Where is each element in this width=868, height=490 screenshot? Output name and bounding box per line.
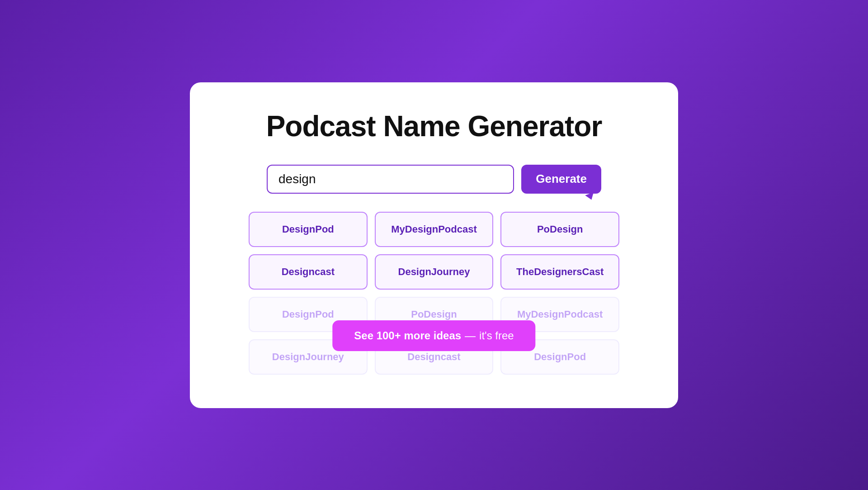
result-card-6[interactable]: TheDesignersCast	[500, 254, 619, 290]
keyword-input[interactable]	[267, 165, 514, 194]
result-card-2[interactable]: MyDesignPodcast	[375, 212, 494, 247]
page-title: Podcast Name Generator	[266, 109, 602, 143]
result-card-5[interactable]: DesignJourney	[375, 254, 494, 290]
result-card-1[interactable]: DesignPod	[249, 212, 368, 247]
results-grid-top: DesignPod MyDesignPodcast PoDesign Desig…	[249, 212, 619, 290]
result-card-4[interactable]: Designcast	[249, 254, 368, 290]
main-card: Podcast Name Generator Generate DesignPo…	[190, 82, 678, 408]
search-row: Generate	[267, 165, 601, 194]
cta-text: See 100+ more ideas—it's free	[354, 329, 514, 342]
overlay-section: DesignPod PoDesign MyDesignPodcast Desig…	[249, 297, 619, 375]
cta-button[interactable]: See 100+ more ideas—it's free	[332, 320, 535, 351]
result-card-3[interactable]: PoDesign	[500, 212, 619, 247]
generate-button[interactable]: Generate	[521, 165, 601, 194]
